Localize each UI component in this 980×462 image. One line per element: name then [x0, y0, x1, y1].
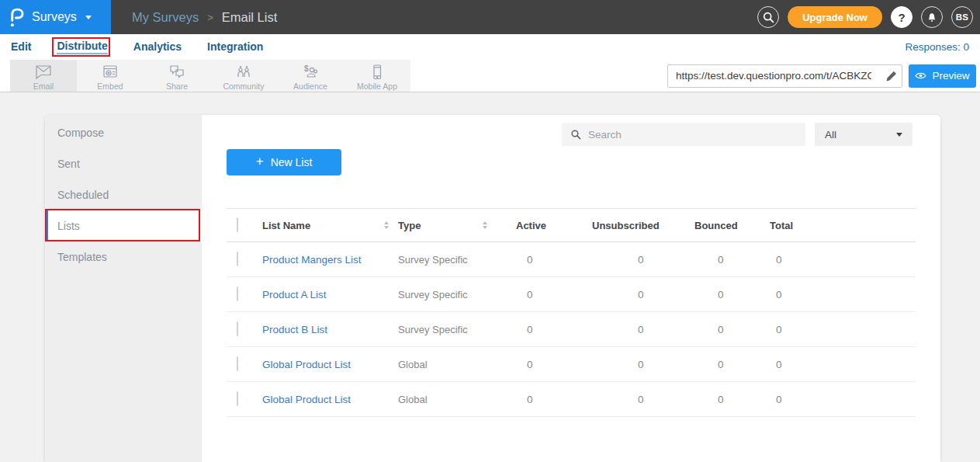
total-count: 0 [770, 359, 916, 370]
sidebar-item-scheduled[interactable]: Scheduled [45, 179, 202, 210]
app-header: Surveys My Surveys > Email List Upgrade … [0, 0, 980, 34]
list-name-link[interactable]: Product B List [262, 324, 398, 335]
user-avatar[interactable]: BS [951, 6, 973, 28]
column-header-list-name[interactable]: List Name [262, 220, 398, 231]
lists-main: All + New List List Name Type Active Uns [202, 115, 940, 462]
channel-tab-community[interactable]: Community [210, 60, 277, 92]
breadcrumb-separator: > [207, 12, 213, 23]
table-row: Global Product List Global 0 0 0 0 [227, 347, 916, 382]
tab-integration[interactable]: Integration [207, 40, 263, 54]
sidebar-item-lists[interactable]: Lists [45, 210, 202, 241]
bounced-count: 0 [694, 289, 770, 300]
lists-table: List Name Type Active Unsubscribed Bounc… [227, 208, 916, 417]
table-header-row: List Name Type Active Unsubscribed Bounc… [227, 208, 916, 242]
bounced-count: 0 [694, 324, 770, 335]
upgrade-now-button[interactable]: Upgrade Now [788, 6, 882, 28]
row-checkbox[interactable] [237, 356, 238, 371]
table-row: Product A List Survey Specific 0 0 0 0 [227, 277, 916, 312]
breadcrumb-my-surveys[interactable]: My Surveys [132, 10, 199, 25]
chevron-down-icon [85, 16, 92, 19]
channel-tab-mobile-app[interactable]: Mobile App [344, 60, 410, 92]
channel-tab-email[interactable]: Email [10, 60, 77, 92]
list-name-link[interactable]: Global Product List [262, 394, 398, 405]
community-icon [234, 64, 253, 81]
tab-edit[interactable]: Edit [11, 40, 31, 54]
header-actions: Upgrade Now ? BS [757, 6, 980, 28]
tab-distribute[interactable]: Distribute [57, 40, 107, 54]
channel-tab-audience[interactable]: $ Audience [277, 60, 344, 92]
audience-icon: $ [301, 64, 320, 81]
email-envelope-icon [34, 64, 53, 81]
breadcrumb: My Surveys > Email List [132, 10, 277, 25]
channel-tab-label: Share [166, 82, 188, 91]
survey-nav: Edit Distribute Analytics Integration Re… [0, 34, 980, 60]
column-header-bounced: Bounced [694, 220, 770, 231]
column-header-type[interactable]: Type [398, 220, 516, 231]
notifications-button[interactable] [921, 6, 943, 28]
edit-url-pencil-icon[interactable] [885, 70, 898, 85]
list-name-link[interactable]: Global Product List [262, 359, 398, 370]
list-type: Survey Specific [398, 289, 516, 300]
table-row: Product Mangers List Survey Specific 0 0… [227, 242, 916, 277]
row-checkbox[interactable] [237, 391, 238, 406]
active-count: 0 [516, 394, 592, 405]
active-count: 0 [516, 289, 592, 300]
channel-tab-label: Mobile App [357, 82, 397, 91]
channel-tab-label: Audience [293, 82, 327, 91]
total-count: 0 [770, 254, 916, 266]
active-count: 0 [516, 359, 592, 370]
select-all-checkbox[interactable] [237, 217, 238, 232]
sidebar-item-compose[interactable]: Compose [45, 117, 202, 148]
channel-tab-label: Community [223, 82, 264, 91]
total-count: 0 [770, 394, 916, 405]
channel-tab-label: Email [33, 82, 54, 91]
email-sidebar: Compose Sent Scheduled Lists Templates [45, 115, 202, 462]
search-button[interactable] [757, 6, 779, 28]
filter-value: All [825, 129, 836, 141]
unsubscribed-count: 0 [592, 289, 694, 300]
search-filter-row: All [562, 123, 912, 146]
help-button[interactable]: ? [891, 6, 912, 28]
filter-dropdown[interactable]: All [815, 123, 912, 146]
preview-button[interactable]: Preview [909, 64, 976, 88]
row-checkbox[interactable] [237, 321, 238, 336]
svg-text:$: $ [304, 64, 309, 73]
list-type: Survey Specific [398, 254, 516, 266]
channel-tab-embed[interactable]: Embed [77, 60, 144, 92]
list-type: Global [398, 394, 516, 405]
survey-url-input[interactable] [668, 70, 871, 82]
eye-icon [915, 71, 926, 80]
channel-tab-share[interactable]: Share [144, 60, 210, 92]
sidebar-item-sent[interactable]: Sent [45, 148, 202, 179]
search-input[interactable] [588, 129, 786, 141]
sort-icon[interactable] [483, 221, 487, 230]
unsubscribed-count: 0 [592, 394, 694, 405]
column-header-unsubscribed: Unsubscribed [592, 220, 694, 231]
responses-count[interactable]: Responses: 0 [905, 41, 969, 53]
new-list-button[interactable]: + New List [227, 149, 341, 175]
search-box [562, 123, 805, 146]
list-type: Survey Specific [398, 324, 516, 335]
bounced-count: 0 [694, 394, 770, 405]
sidebar-item-templates[interactable]: Templates [45, 241, 202, 273]
product-switcher[interactable]: Surveys [0, 0, 111, 34]
column-header-total: Total [770, 220, 916, 231]
bounced-count: 0 [694, 254, 770, 266]
sort-icon[interactable] [384, 221, 389, 230]
avatar-initials: BS [956, 12, 969, 22]
tab-analytics[interactable]: Analytics [133, 40, 182, 54]
preview-label: Preview [932, 70, 969, 82]
list-name-link[interactable]: Product Mangers List [262, 254, 398, 266]
total-count: 0 [770, 324, 916, 335]
survey-url-field [667, 64, 902, 88]
list-name-link[interactable]: Product A List [262, 289, 398, 300]
unsubscribed-count: 0 [592, 324, 694, 335]
table-row: Global Product List Global 0 0 0 0 [227, 382, 916, 417]
survey-link-area: Preview [667, 64, 980, 88]
column-header-active: Active [516, 220, 592, 231]
search-icon [571, 130, 581, 140]
row-checkbox[interactable] [237, 252, 238, 266]
channel-tab-label: Embed [97, 82, 123, 91]
unsubscribed-count: 0 [592, 254, 694, 266]
row-checkbox[interactable] [237, 287, 238, 301]
